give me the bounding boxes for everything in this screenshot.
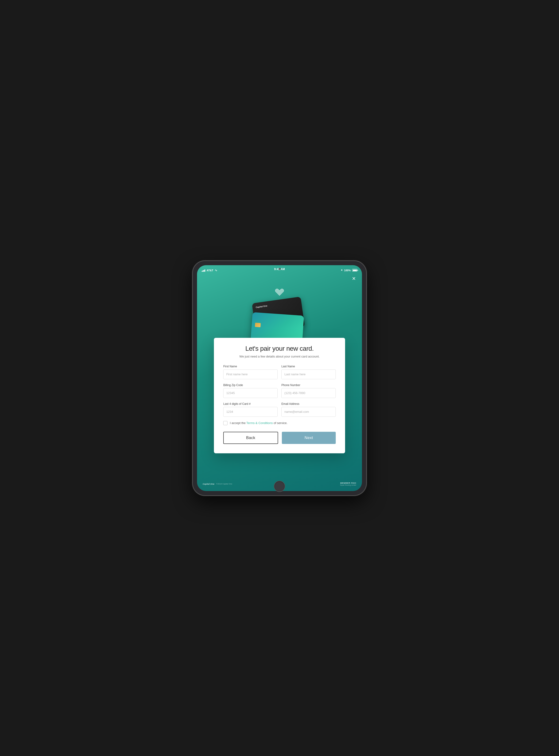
card-digits-group: Last 4 digits of Card # xyxy=(223,402,277,417)
form-title: Let's pair your new card. xyxy=(223,345,336,352)
tablet-screen: AT&T ∿ 9:41 AM ✦ 100% ✕ xyxy=(197,265,362,491)
terms-link[interactable]: Terms & Conditions xyxy=(246,421,273,425)
zip-phone-row: Billing Zip Code Phone Number xyxy=(223,383,336,398)
terms-row: I accept the Terms & Conditions of servi… xyxy=(223,421,336,425)
email-group: Email Address xyxy=(282,402,336,417)
zip-label: Billing Zip Code xyxy=(223,383,277,387)
card-digits-input[interactable] xyxy=(223,407,277,417)
card-email-row: Last 4 digits of Card # Email Address xyxy=(223,402,336,417)
card-chip xyxy=(255,323,261,327)
battery-icon xyxy=(352,269,357,271)
email-input[interactable] xyxy=(282,407,336,417)
phone-group: Phone Number xyxy=(282,383,336,398)
first-name-group: First Name xyxy=(223,365,277,379)
bottom-bar: Capital One ©2018 Capital One MEMBER FDI… xyxy=(197,477,362,491)
form-subtitle: We just need a few details about your cu… xyxy=(223,355,336,358)
phone-input[interactable] xyxy=(282,388,336,398)
button-row: Back Next xyxy=(223,432,336,444)
back-button[interactable]: Back xyxy=(223,432,278,444)
status-left: AT&T ∿ xyxy=(202,269,217,272)
last-name-input[interactable] xyxy=(282,370,336,379)
terms-label: I accept the Terms & Conditions of servi… xyxy=(230,421,288,425)
signal-bars-icon xyxy=(202,269,205,272)
tablet-frame: AT&T ∿ 9:41 AM ✦ 100% ✕ xyxy=(193,261,366,495)
wifi-icon: ∿ xyxy=(215,269,217,272)
heart-icon xyxy=(274,286,285,297)
card-digits-label: Last 4 digits of Card # xyxy=(223,402,277,405)
status-right: ✦ 100% xyxy=(341,269,357,272)
bluetooth-icon: ✦ xyxy=(341,269,343,272)
form-panel: Let's pair your new card. We just need a… xyxy=(214,338,345,453)
name-row: First Name Last Name xyxy=(223,365,336,379)
first-name-label: First Name xyxy=(223,365,277,368)
fdic-line1: MEMBER FDIC xyxy=(340,482,356,484)
zip-input[interactable] xyxy=(223,388,277,398)
fdic-line2: Equal Housing Lender xyxy=(340,484,356,486)
email-label: Email Address xyxy=(282,402,336,405)
zip-group: Billing Zip Code xyxy=(223,383,277,398)
heart-icon-container xyxy=(274,286,285,298)
last-name-group: Last Name xyxy=(282,365,336,379)
terms-checkbox[interactable] xyxy=(223,421,227,425)
time-label: 9:41 AM xyxy=(274,268,285,271)
first-name-input[interactable] xyxy=(223,370,277,379)
last-name-label: Last Name xyxy=(282,365,336,368)
capital-one-logo: Capital One xyxy=(203,483,215,485)
carrier-label: AT&T xyxy=(207,269,214,272)
phone-label: Phone Number xyxy=(282,383,336,387)
fdic-info: MEMBER FDIC Equal Housing Lender xyxy=(340,482,356,486)
battery-percent: 100% xyxy=(344,269,351,272)
close-button[interactable]: ✕ xyxy=(350,275,357,282)
terms-prefix: I accept the xyxy=(230,421,246,425)
bottom-logo: Capital One ©2018 Capital One xyxy=(203,483,232,485)
battery-fill xyxy=(353,270,357,271)
terms-suffix: of service. xyxy=(273,421,288,425)
battery-indicator xyxy=(352,269,357,271)
copyright-text: ©2018 Capital One xyxy=(216,483,232,485)
dark-card-logo: Capital One xyxy=(255,300,298,308)
status-bar: AT&T ∿ 9:41 AM ✦ 100% xyxy=(197,265,362,274)
next-button[interactable]: Next xyxy=(282,432,336,444)
